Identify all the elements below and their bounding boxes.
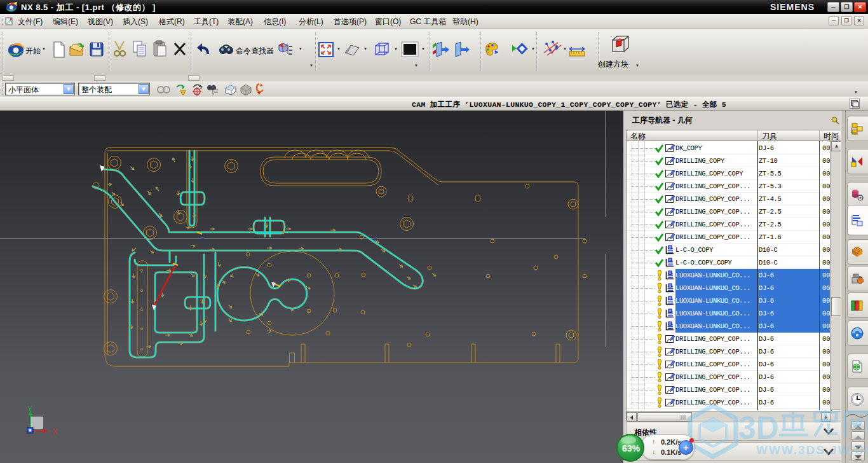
svg-text:63%: 63% (622, 443, 641, 453)
svg-text:Y: Y (27, 404, 32, 413)
svg-text:X: X (52, 427, 57, 436)
